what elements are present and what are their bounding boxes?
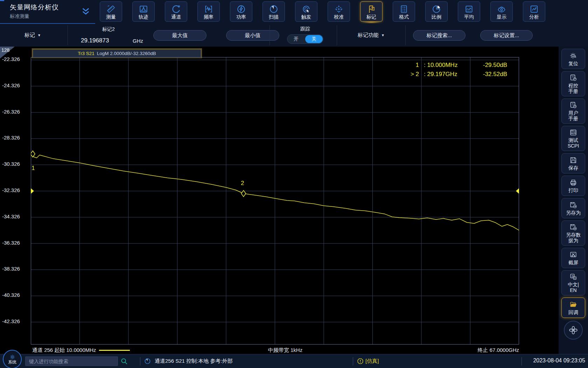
trace-header[interactable]: Tr3 S21 LogM 2.0000dB/-32.3260dB: [33, 49, 201, 57]
marker-readout-value: -29.50dB: [472, 61, 507, 70]
plot-footer: 通道 256 起始 10.0000MHz 中频带宽 1kHz 终止 67.000…: [0, 347, 559, 355]
sidebar-button-save-data-as[interactable]: 另存数据为: [561, 220, 585, 246]
reference-level-marker-left: [31, 188, 34, 194]
sidebar-button-test-scpi[interactable]: SCPI测试SCPI: [561, 126, 585, 151]
svg-text:?: ?: [572, 76, 574, 79]
chart-region: 128 Tr3 S21 LogM 2.0000dB/-32.3260dB -22…: [0, 47, 559, 354]
sidebar-button-save-as[interactable]: 另存为: [561, 198, 585, 218]
sidebar-button-user-manual[interactable]: ?H用户手册: [561, 98, 585, 124]
y-axis-tick-label: -26.326: [2, 109, 20, 115]
fan-button[interactable]: [564, 321, 583, 340]
sidebar-button-label: 另存数据为: [566, 232, 581, 243]
sidebar-button-label: 回调: [568, 309, 578, 315]
sidebar-button-print[interactable]: 打印: [561, 176, 585, 196]
sidebar-button-reset[interactable]: 复位: [561, 49, 585, 69]
marker-search-button[interactable]: 标记搜索...: [413, 30, 465, 41]
marker-select-dropdown[interactable]: 标记 ▼: [24, 24, 41, 47]
calibration-icon: [334, 4, 343, 14]
toolbar-button-scale[interactable]: 比例: [425, 1, 448, 22]
sidebar-button-label: 程控手册: [568, 83, 578, 94]
marker-select-label: 标记: [24, 32, 35, 39]
format-icon: [399, 4, 408, 14]
toolbar-button-display[interactable]: 显示: [490, 1, 513, 22]
system-gear-icon: [10, 354, 15, 360]
toolbar-button-trace[interactable]: 轨迹: [132, 1, 155, 22]
tracking-off-option[interactable]: 关: [305, 35, 323, 43]
svg-text:?: ?: [572, 103, 574, 106]
y-axis-tick-label: -28.326: [2, 135, 20, 141]
function-search-input[interactable]: [25, 356, 118, 366]
toolbar-button-label: 分析: [529, 14, 539, 20]
reference-level-marker-right: [516, 188, 519, 194]
sidebar-button-label: 打印: [568, 188, 578, 193]
scpi-icon: SCPI: [569, 128, 577, 137]
scale-icon: [432, 4, 441, 14]
chevron-double-down-icon[interactable]: [80, 6, 91, 17]
toolbar-button-analysis[interactable]: 分析: [523, 1, 545, 22]
save-icon: [569, 156, 577, 164]
system-button[interactable]: 系统: [3, 350, 22, 368]
marker-function-dropdown[interactable]: 标记功能 ▼: [358, 24, 385, 47]
toolbar-button-label: 标记: [366, 14, 376, 20]
app-subtitle: 标准测量: [10, 13, 29, 20]
s21-trace-plot[interactable]: 12: [31, 57, 519, 345]
toolbar-button-label: 扫描: [269, 14, 279, 20]
toolbar-button-sweep[interactable]: 扫描: [262, 1, 285, 22]
marker-readout-number: 1: [401, 61, 419, 70]
analysis-icon: [530, 4, 539, 14]
tracking-on-option[interactable]: 开: [287, 35, 305, 43]
divider: [405, 25, 406, 45]
tracking-control: 跟踪 开 关: [284, 24, 326, 47]
sidebar-button-recall[interactable]: 回调: [561, 298, 585, 318]
marker-1-diamond: [31, 151, 35, 157]
y-axis-tick-label: -40.326: [2, 292, 20, 298]
vna-application-window: 矢量网络分析仪 标准测量 测量轨迹通道频率功率扫描触发校准标记格式比例平均显示分…: [0, 0, 588, 368]
marker-field-unit: GHz: [133, 38, 143, 44]
divider: [140, 357, 140, 366]
toolbar-button-format[interactable]: 格式: [393, 1, 415, 22]
toolbar-button-label: 频率: [204, 14, 214, 20]
toolbar-button-calibration[interactable]: 校准: [328, 1, 350, 22]
svg-text:En: En: [574, 277, 576, 279]
divider: [68, 25, 68, 45]
sidebar-button-language[interactable]: 中En中文|EN: [561, 270, 585, 295]
if-bandwidth-label: 中频带宽 1kHz: [245, 347, 326, 354]
toolbar-button-label: 通道: [171, 14, 181, 20]
min-search-button[interactable]: 最小值: [226, 30, 279, 41]
toolbar-button-channel[interactable]: 通道: [165, 1, 187, 22]
marker-control-bar: 标记 ▼ 标记2 29.196873 GHz 最大值 最小值 跟踪 开 关 标记…: [0, 24, 588, 47]
trigger-icon: [302, 4, 311, 14]
toolbar-button-power[interactable]: 功率: [230, 1, 252, 22]
chevron-down-icon: ▼: [37, 33, 41, 37]
search-icon[interactable]: [120, 357, 128, 366]
app-title: 矢量网络分析仪: [10, 3, 59, 12]
sidebar-button-prog-manual[interactable]: ?P程控手册: [561, 71, 585, 96]
toolbar-button-frequency[interactable]: 频率: [197, 1, 220, 22]
channel-icon: [172, 4, 181, 14]
toolbar-button-measure[interactable]: 测量: [100, 1, 122, 22]
sidebar-button-label: 中文|EN: [568, 282, 579, 293]
chevron-down-icon: ▼: [381, 33, 385, 37]
trace-icon: [139, 4, 148, 14]
marker2-frequency-field[interactable]: 标记2 29.196873 GHz: [72, 24, 145, 47]
max-search-button[interactable]: 最大值: [153, 30, 206, 41]
marker-setup-button[interactable]: 标记设置...: [480, 30, 533, 41]
sidebar-button-save[interactable]: 保存: [561, 153, 585, 173]
sidebar-button-screenshot[interactable]: 截屏: [561, 248, 585, 268]
marker-readout-frequency: : 10.000MHz: [419, 61, 472, 70]
warning-icon: [357, 358, 364, 366]
toolbar-button-marker[interactable]: 标记: [360, 1, 383, 22]
toolbar-button-trigger[interactable]: 触发: [295, 1, 317, 22]
toolbar-button-average[interactable]: 平均: [458, 1, 480, 22]
y-axis-tick-label: -34.326: [2, 213, 20, 219]
toolbar-button-label: 比例: [432, 14, 441, 20]
divider: [353, 357, 353, 366]
save-data-icon: [569, 223, 577, 231]
marker-2-label: 2: [241, 180, 244, 186]
tracking-toggle[interactable]: 开 关: [287, 34, 323, 44]
y-axis-tick-label: -22.326: [2, 56, 20, 62]
sidebar-button-label: 测试SCPI: [568, 137, 579, 149]
divider: [522, 357, 522, 366]
save-as-icon: [569, 201, 577, 209]
trace-name: Tr3 S21: [78, 51, 94, 56]
